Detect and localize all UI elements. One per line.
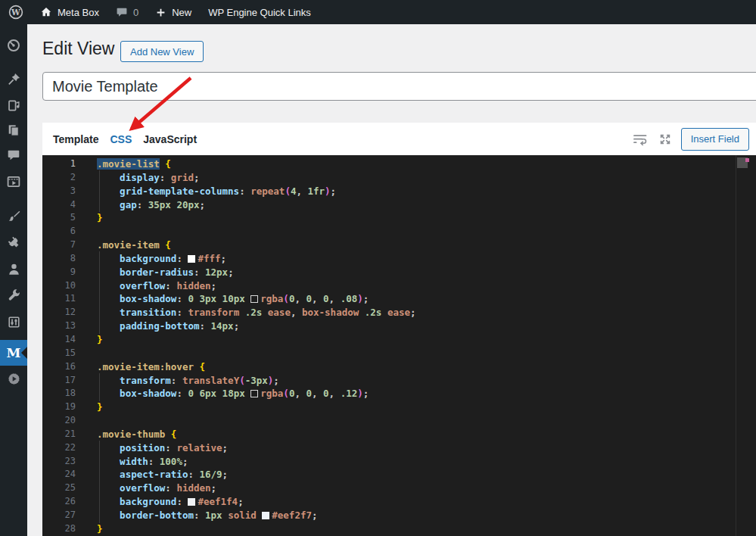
code-line-13: 13 padding-bottom: 14px; xyxy=(42,319,756,333)
code-line-17: 17 transform: translateY(-3px); xyxy=(42,374,756,388)
editor-toolbar: Insert Field xyxy=(631,128,749,151)
comments-menu[interactable]: 0 xyxy=(107,0,147,24)
code-line-6: 6 xyxy=(42,225,756,238)
view-title-input[interactable] xyxy=(42,72,756,101)
sidebar-item-media[interactable] xyxy=(0,92,27,118)
fullscreen-icon[interactable] xyxy=(656,130,674,148)
sidebar-item-meta-box[interactable]: M xyxy=(0,340,27,366)
editor-tab-bar: TemplateCSSJavaScript xyxy=(42,123,756,155)
line-number: 22 xyxy=(42,441,82,455)
code-line-18: 18 box-shadow: 0 6px 18px rgba(0, 0, 0, … xyxy=(42,387,756,400)
media-icon xyxy=(7,98,21,113)
word-wrap-icon[interactable] xyxy=(631,130,649,148)
code-line-10: 10 overflow: hidden; xyxy=(42,279,756,293)
line-number: 25 xyxy=(42,481,82,495)
code-line-9: 9 border-radius: 12px; xyxy=(42,266,756,279)
code-line-14: 14} xyxy=(42,333,756,347)
new-content-menu[interactable]: New xyxy=(147,0,200,24)
wordpress-admin-screen: W Meta Box 0 New WP Engine Quick Links xyxy=(0,0,756,536)
code-line-3: 3 grid-template-columns: repeat(4, 1fr); xyxy=(42,185,756,198)
tab-template[interactable]: Template xyxy=(53,133,98,145)
line-number: 3 xyxy=(42,185,82,198)
site-menu[interactable]: Meta Box xyxy=(32,0,107,24)
new-label: New xyxy=(172,7,191,18)
page-title: Edit View xyxy=(42,39,114,59)
home-icon xyxy=(40,6,52,18)
sidebar-item-video[interactable] xyxy=(0,169,27,195)
code-line-21: 21.movie-thumb { xyxy=(42,428,756,441)
tab-css[interactable]: CSS xyxy=(110,133,132,145)
editor-overview-annotation xyxy=(745,158,749,162)
code-line-2: 2 display: grid; xyxy=(42,171,756,185)
admin-bar: W Meta Box 0 New WP Engine Quick Links xyxy=(0,0,756,24)
line-number: 17 xyxy=(42,374,82,388)
sidebar-item-comments[interactable] xyxy=(0,142,27,168)
code-line-15: 15 xyxy=(42,347,756,360)
sidebar-item-dashboard[interactable] xyxy=(0,33,27,58)
sidebar-item-settings[interactable] xyxy=(0,309,27,335)
wordpress-logo-menu[interactable]: W xyxy=(0,0,32,24)
code-line-7: 7.movie-item { xyxy=(42,238,756,252)
line-number: 4 xyxy=(42,198,82,212)
code-line-1: 1.movie-list { xyxy=(42,157,756,171)
tab-javascript[interactable]: JavaScript xyxy=(143,133,197,145)
line-number: 8 xyxy=(42,252,82,266)
line-number: 5 xyxy=(42,211,82,225)
code-line-20: 20 xyxy=(42,414,756,428)
code-line-12: 12 transition: transform .2s ease, box-s… xyxy=(42,306,756,319)
line-number: 9 xyxy=(42,266,82,279)
sidebar-item-player[interactable] xyxy=(0,366,27,391)
code-line-26: 26 background: #eef1f4; xyxy=(42,495,756,509)
color-swatch xyxy=(262,512,269,519)
code-line-11: 11 box-shadow: 0 3px 10px rgba(0, 0, 0, … xyxy=(42,292,756,306)
sidebar-item-users[interactable] xyxy=(0,256,27,282)
admin-sidebar: M xyxy=(0,24,27,536)
line-number: 11 xyxy=(42,292,82,306)
users-icon xyxy=(7,262,21,276)
code-line-19: 19} xyxy=(42,400,756,414)
line-number: 2 xyxy=(42,171,82,185)
code-line-23: 23 width: 100%; xyxy=(42,455,756,469)
sidebar-item-plugins[interactable] xyxy=(0,229,27,255)
add-new-view-button[interactable]: Add New View xyxy=(120,41,204,62)
svg-text:W: W xyxy=(11,8,20,17)
plus-icon xyxy=(155,7,166,18)
css-code-editor[interactable]: 1.movie-list {2 display: grid;3 grid-tem… xyxy=(42,155,756,536)
line-number: 23 xyxy=(42,455,82,469)
pin-icon xyxy=(7,72,21,86)
line-number: 15 xyxy=(42,347,82,360)
settings-icon xyxy=(7,315,21,329)
sidebar-item-tools[interactable] xyxy=(0,282,27,308)
line-number: 7 xyxy=(42,238,82,252)
sidebar-item-appearance[interactable] xyxy=(0,203,27,229)
dashboard-icon xyxy=(6,38,21,53)
line-number: 19 xyxy=(42,400,82,414)
line-number: 18 xyxy=(42,387,82,400)
line-number: 1 xyxy=(42,157,82,171)
insert-field-button[interactable]: Insert Field xyxy=(681,128,749,151)
code-line-4: 4 gap: 35px 20px; xyxy=(42,198,756,212)
color-swatch xyxy=(250,295,258,303)
code-line-28: 28} xyxy=(42,522,756,536)
line-number: 6 xyxy=(42,225,82,238)
code-line-22: 22 position: relative; xyxy=(42,441,756,455)
wp-engine-quick-links[interactable]: WP Engine Quick Links xyxy=(200,0,319,24)
quick-links-label: WP Engine Quick Links xyxy=(208,7,311,18)
video-icon xyxy=(6,174,21,189)
sidebar-item-posts[interactable] xyxy=(0,66,27,92)
sidebar-item-pages[interactable] xyxy=(0,117,27,143)
line-number: 21 xyxy=(42,428,82,441)
circle-play-icon xyxy=(7,372,21,386)
tools-icon xyxy=(7,288,21,303)
code-line-16: 16.movie-item:hover { xyxy=(42,360,756,374)
code-line-27: 27 border-bottom: 1px solid #eef2f7; xyxy=(42,509,756,522)
site-name: Meta Box xyxy=(58,7,99,18)
color-swatch xyxy=(188,498,195,506)
line-number: 12 xyxy=(42,306,82,319)
wordpress-logo-icon: W xyxy=(8,5,23,20)
line-number: 10 xyxy=(42,279,82,293)
brush-icon xyxy=(7,209,21,223)
meta-box-icon: M xyxy=(7,347,21,360)
code-line-8: 8 background: #fff; xyxy=(42,252,756,266)
view-editor-panel: TemplateCSSJavaScript xyxy=(42,123,756,536)
